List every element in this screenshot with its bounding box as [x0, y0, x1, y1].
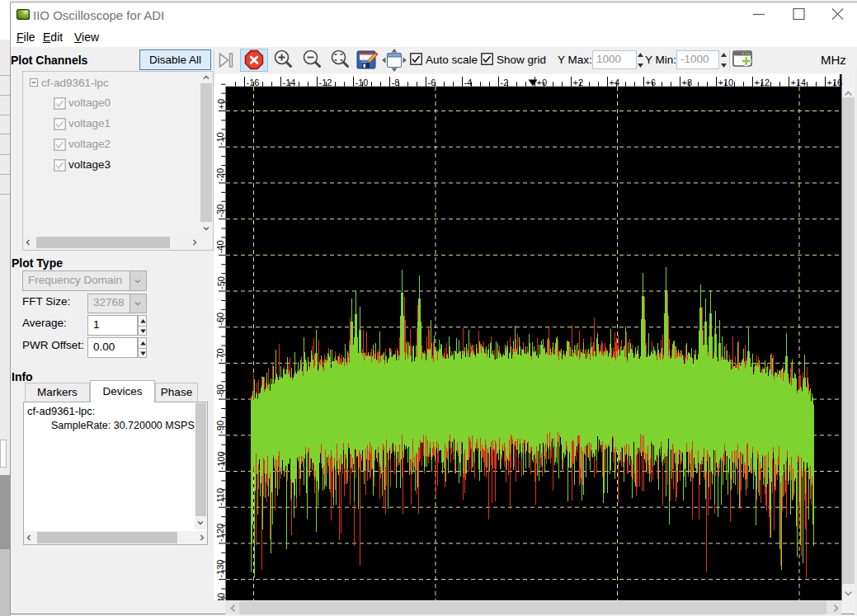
svg-text:-8: -8: [392, 78, 400, 87]
svg-text:-6: -6: [428, 78, 436, 87]
svg-text:+0: +0: [537, 78, 548, 87]
svg-text:-4: -4: [464, 78, 473, 87]
svg-text:-2: -2: [501, 78, 509, 87]
svg-text:+10: +10: [718, 78, 734, 87]
svg-text:-14: -14: [283, 78, 296, 87]
svg-text:-16: -16: [247, 78, 260, 87]
svg-text:+0: +0: [216, 99, 226, 110]
svg-text:+4: +4: [610, 78, 620, 87]
svg-text:-100: -100: [216, 451, 226, 469]
svg-text:+8: +8: [682, 78, 693, 87]
svg-text:-120: -120: [216, 524, 226, 542]
svg-text:-10: -10: [356, 78, 369, 87]
svg-text:-110: -110: [216, 488, 226, 505]
svg-text:+6: +6: [646, 78, 657, 87]
svg-text:+12: +12: [755, 78, 770, 87]
svg-text:-12: -12: [319, 78, 332, 87]
svg-text:-130: -130: [216, 560, 226, 578]
svg-text:+2: +2: [573, 78, 584, 87]
svg-text:+14: +14: [791, 78, 807, 87]
